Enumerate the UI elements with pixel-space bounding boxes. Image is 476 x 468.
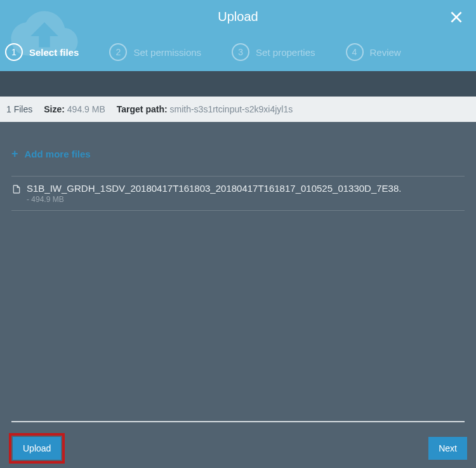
step-number: 1 [5, 43, 23, 61]
file-list-item: S1B_IW_GRDH_1SDV_20180417T161803_2018041… [11, 176, 465, 211]
target-value: smith-s3s1rtcinput-s2k9xi4jyl1s [170, 104, 293, 114]
target-label: Target path: [117, 104, 168, 114]
wizard-steps: 1 Select files 2 Set permissions 3 Set p… [0, 33, 476, 71]
step-label: Set permissions [133, 47, 201, 58]
next-button[interactable]: Next [428, 437, 467, 460]
step-label: Set properties [256, 47, 315, 58]
upload-button[interactable]: Upload [13, 437, 61, 460]
title-row: Upload [0, 0, 476, 33]
step-label: Review [370, 47, 401, 58]
size-group: Size: 494.9 MB [44, 104, 105, 114]
plus-icon: + [11, 147, 18, 161]
content-area: + Add more files S1B_IW_GRDH_1SDV_201804… [0, 122, 476, 211]
size-value: 494.9 MB [67, 104, 105, 114]
dialog-header: Upload 1 Select files 2 Set permissions … [0, 0, 476, 71]
close-icon[interactable] [448, 9, 465, 25]
upload-button-highlight: Upload [9, 433, 65, 464]
step-label: Select files [29, 47, 79, 58]
file-summary-bar: 1 Files Size: 494.9 MB Target path: smit… [0, 97, 476, 122]
file-name: S1B_IW_GRDH_1SDV_20180417T161803_2018041… [27, 183, 401, 194]
file-count: 1 Files [6, 104, 32, 114]
step-number: 4 [346, 43, 364, 61]
step-number: 2 [109, 43, 127, 61]
file-size: - 494.9 MB [27, 195, 401, 204]
step-review[interactable]: 4 Review [346, 43, 401, 61]
size-label: Size: [44, 104, 65, 114]
file-text: S1B_IW_GRDH_1SDV_20180417T161803_2018041… [27, 183, 401, 204]
dialog-title: Upload [218, 10, 258, 24]
file-icon [11, 184, 22, 197]
step-set-permissions[interactable]: 2 Set permissions [109, 43, 201, 61]
step-number: 3 [232, 43, 249, 61]
step-set-properties[interactable]: 3 Set properties [232, 43, 315, 61]
target-group: Target path: smith-s3s1rtcinput-s2k9xi4j… [117, 104, 293, 114]
footer-divider [11, 421, 465, 422]
dialog-footer: Upload Next [0, 429, 476, 468]
spacer-dark [0, 71, 476, 97]
add-more-files-link[interactable]: + Add more files [11, 147, 465, 161]
step-select-files[interactable]: 1 Select files [5, 43, 79, 61]
add-more-label: Add more files [25, 149, 91, 159]
